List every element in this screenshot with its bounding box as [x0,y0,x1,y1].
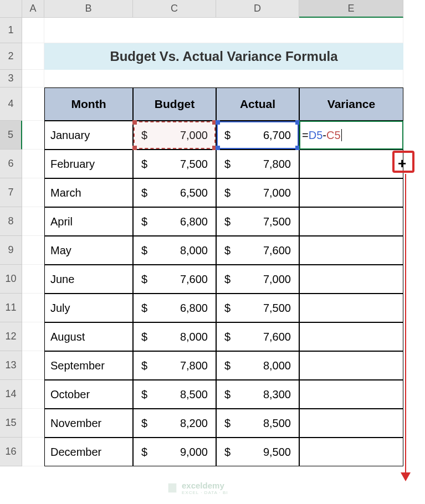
cell-a2[interactable] [22,43,44,70]
table-row: February$7,500$7,800 [22,150,425,178]
row-header-8[interactable]: 8 [0,207,22,236]
cell-a4[interactable] [22,88,44,121]
variance-cell[interactable] [299,438,403,466]
variance-cell[interactable] [299,322,403,351]
row-header-15[interactable]: 15 [0,409,22,438]
select-all-corner[interactable] [0,0,22,18]
watermark-icon [166,482,178,494]
actual-cell[interactable]: $7,600 [216,236,299,265]
row-header-14[interactable]: 14 [0,380,22,409]
formula-equals: = [302,129,309,142]
month-cell[interactable]: June [44,265,133,294]
actual-cell[interactable]: $7,600 [216,322,299,351]
watermark-brand: exceldemy [182,481,228,490]
row-header-9[interactable]: 9 [0,236,22,265]
month-cell[interactable]: May [44,236,133,265]
cell-a[interactable] [22,121,44,150]
variance-cell[interactable]: =D5-C5 [299,121,403,150]
budget-cell[interactable]: $8,000 [133,236,216,265]
cell-b3[interactable] [44,70,403,88]
budget-cell[interactable]: $8,000 [133,322,216,351]
budget-cell[interactable]: $7,800 [133,351,216,380]
month-cell[interactable]: December [44,438,133,466]
row-header-3[interactable]: 3 [0,70,22,88]
month-cell[interactable]: July [44,294,133,322]
title-cell[interactable]: Budget Vs. Actual Variance Formula [44,43,403,70]
actual-cell[interactable]: $7,000 [216,265,299,294]
month-cell[interactable]: September [44,351,133,380]
budget-cell[interactable]: $7,600 [133,265,216,294]
row-header-11[interactable]: 11 [0,294,22,322]
cell-a[interactable] [22,207,44,236]
row-header-12[interactable]: 12 [0,322,22,351]
budget-cell[interactable]: $7,500 [133,150,216,178]
actual-cell[interactable]: $7,500 [216,207,299,236]
budget-cell[interactable]: $9,000 [133,438,216,466]
row-header-1[interactable]: 1 [0,18,22,43]
row-header-16[interactable]: 16 [0,438,22,466]
variance-cell[interactable] [299,351,403,380]
variance-cell[interactable] [299,265,403,294]
variance-cell[interactable] [299,207,403,236]
cell-a3[interactable] [22,70,44,88]
actual-cell[interactable]: $6,700 [216,121,299,150]
col-header-a[interactable]: A [22,0,44,18]
actual-cell[interactable]: $8,300 [216,380,299,409]
row-header-6[interactable]: 6 [0,150,22,178]
variance-cell[interactable] [299,409,403,438]
cell-a[interactable] [22,265,44,294]
budget-cell[interactable]: $7,000 [133,121,216,150]
actual-cell[interactable]: $7,500 [216,294,299,322]
actual-cell[interactable]: $9,500 [216,438,299,466]
cell-a[interactable] [22,178,44,207]
variance-cell[interactable] [299,178,403,207]
cell-b1[interactable] [44,18,403,43]
col-header-e[interactable]: E [299,0,403,18]
col-header-d[interactable]: D [216,0,299,18]
actual-cell[interactable]: $7,800 [216,150,299,178]
month-cell[interactable]: January [44,121,133,150]
actual-cell[interactable]: $8,500 [216,409,299,438]
table-row: July$6,800$7,500 [22,294,425,322]
cell-a[interactable] [22,236,44,265]
col-header-c[interactable]: C [133,0,216,18]
month-cell[interactable]: October [44,380,133,409]
cell-a[interactable] [22,351,44,380]
budget-cell[interactable]: $6,800 [133,294,216,322]
row-header-13[interactable]: 13 [0,351,22,380]
header-variance[interactable]: Variance [299,88,403,121]
cell-a[interactable] [22,380,44,409]
cell-a[interactable] [22,294,44,322]
row-header-2[interactable]: 2 [0,43,22,70]
row-header-4[interactable]: 4 [0,88,22,121]
actual-cell[interactable]: $7,000 [216,178,299,207]
budget-cell[interactable]: $6,800 [133,207,216,236]
cell-a1[interactable] [22,18,44,43]
variance-cell[interactable] [299,294,403,322]
fill-drag-arrow [405,174,406,480]
variance-cell[interactable] [299,380,403,409]
header-month[interactable]: Month [44,88,133,121]
cell-a[interactable] [22,409,44,438]
table-row: August$8,000$7,600 [22,322,425,351]
row-header-10[interactable]: 10 [0,265,22,294]
actual-cell[interactable]: $8,000 [216,351,299,380]
budget-cell[interactable]: $8,500 [133,380,216,409]
cell-a[interactable] [22,322,44,351]
variance-cell[interactable] [299,150,403,178]
month-cell[interactable]: March [44,178,133,207]
row-header-7[interactable]: 7 [0,178,22,207]
month-cell[interactable]: April [44,207,133,236]
row-header-5[interactable]: 5 [0,121,22,150]
month-cell[interactable]: August [44,322,133,351]
header-actual[interactable]: Actual [216,88,299,121]
month-cell[interactable]: February [44,150,133,178]
month-cell[interactable]: November [44,409,133,438]
budget-cell[interactable]: $6,500 [133,178,216,207]
cell-a[interactable] [22,150,44,178]
budget-cell[interactable]: $8,200 [133,409,216,438]
variance-cell[interactable] [299,236,403,265]
col-header-b[interactable]: B [44,0,133,18]
cell-a[interactable] [22,438,44,466]
header-budget[interactable]: Budget [133,88,216,121]
